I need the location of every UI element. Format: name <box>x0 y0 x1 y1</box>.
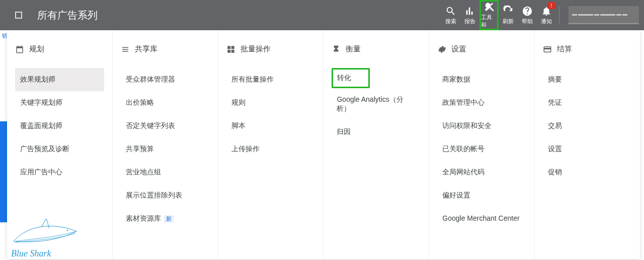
help-icon <box>522 6 533 17</box>
top-bar: 所有广告系列 搜索 报告 工具和 刷新 帮助 ! 通知 <box>0 0 644 30</box>
col-head-measure: 衡量 <box>332 44 421 54</box>
item-merchant-center[interactable]: Google Merchant Center <box>437 207 526 229</box>
search-button[interactable]: 搜索 <box>441 0 460 30</box>
col-head-bulk: 批量操作 <box>226 44 315 54</box>
item-location-groups[interactable]: 营业地点组 <box>121 161 210 184</box>
item-placement-exclusion[interactable]: 展示位置排除列表 <box>121 184 210 207</box>
item-rules[interactable]: 规则 <box>226 91 315 114</box>
item-all-bulk[interactable]: 所有批量操作 <box>226 68 315 91</box>
item-app-ads-hub[interactable]: 应用广告中心 <box>15 161 104 184</box>
item-uploads[interactable]: 上传操作 <box>226 138 315 161</box>
notif-badge: ! <box>548 2 555 9</box>
menu-icon[interactable] <box>15 12 22 19</box>
col-bulk: 批量操作 所有批量操作 规则 脚本 上传操作 <box>218 30 324 259</box>
item-summary[interactable]: 摘要 <box>543 68 632 91</box>
search-icon <box>445 6 456 17</box>
rail-top-text[interactable]: 斩 <box>0 30 7 40</box>
item-billing-settings[interactable]: 设置 <box>543 138 632 161</box>
new-badge: 新 <box>164 215 174 223</box>
col-head-planning: 规划 <box>15 44 104 54</box>
col-head-settings: 设置 <box>437 44 526 54</box>
bulk-icon <box>226 45 235 54</box>
col-title-billing: 结算 <box>557 44 572 54</box>
page-title: 所有广告系列 <box>37 9 98 22</box>
hourglass-icon <box>332 45 341 54</box>
item-audience-manager[interactable]: 受众群体管理器 <box>121 68 210 91</box>
col-title-measure: 衡量 <box>346 44 361 54</box>
item-google-analytics[interactable]: Google Analytics（分析） <box>332 88 421 120</box>
item-linked-accounts[interactable]: 已关联的帐号 <box>437 138 526 161</box>
calendar-icon <box>15 45 24 54</box>
col-title-bulk: 批量操作 <box>240 44 271 54</box>
item-ad-preview[interactable]: 广告预览及诊断 <box>15 138 104 161</box>
col-billing: 结算 摘要 凭证 交易 设置 促销 <box>535 30 640 259</box>
col-shared: 共享库 受众群体管理器 出价策略 否定关键字列表 共享预算 营业地点组 展示位置… <box>113 30 218 259</box>
item-performance-planner[interactable]: 效果规划师 <box>15 68 104 91</box>
item-reach-planner[interactable]: 覆盖面规划师 <box>15 114 104 138</box>
item-shared-budgets[interactable]: 共享预算 <box>121 138 210 161</box>
item-scripts[interactable]: 脚本 <box>226 114 315 138</box>
item-bid-strategies[interactable]: 出价策略 <box>121 91 210 114</box>
account-picker[interactable] <box>569 6 639 24</box>
item-transactions[interactable]: 交易 <box>543 114 632 138</box>
item-business-data[interactable]: 商家数据 <box>437 68 526 91</box>
item-keyword-planner[interactable]: 关键字规划师 <box>15 91 104 114</box>
refresh-icon <box>503 6 514 17</box>
help-button[interactable]: 帮助 <box>518 0 537 30</box>
library-icon <box>121 45 130 54</box>
col-head-billing: 结算 <box>543 44 632 54</box>
item-preferences[interactable]: 偏好设置 <box>437 184 526 207</box>
report-button[interactable]: 报告 <box>460 0 479 30</box>
notifications-button[interactable]: ! 通知 <box>537 0 556 30</box>
col-planning: 规划 效果规划师 关键字规划师 覆盖面规划师 广告预览及诊断 应用广告中心 <box>7 30 113 259</box>
item-conversions[interactable]: 转化 <box>332 68 370 88</box>
item-policy-center[interactable]: 政策管理中心 <box>437 91 526 114</box>
item-access-security[interactable]: 访问权限和安全 <box>437 114 526 138</box>
left-rail: 斩 <box>0 30 7 260</box>
refresh-label: 刷新 <box>503 18 514 25</box>
item-negative-keywords[interactable]: 否定关键字列表 <box>121 114 210 138</box>
report-icon <box>464 6 475 17</box>
col-settings: 设置 商家数据 政策管理中心 访问权限和安全 已关联的帐号 全局网站代码 偏好设… <box>429 30 535 259</box>
search-label: 搜索 <box>445 18 456 25</box>
card-icon <box>543 45 552 54</box>
report-label: 报告 <box>464 18 475 25</box>
item-asset-library[interactable]: 素材资源库 新 <box>121 207 210 230</box>
top-bar-icons: 搜索 报告 工具和 刷新 帮助 ! 通知 <box>441 0 639 30</box>
tools-label: 工具和 <box>481 14 497 29</box>
tools-mega-menu: 规划 效果规划师 关键字规划师 覆盖面规划师 广告预览及诊断 应用广告中心 共享… <box>7 30 640 259</box>
col-title-planning: 规划 <box>29 44 44 54</box>
rail-active[interactable] <box>0 121 7 222</box>
col-title-shared: 共享库 <box>135 44 157 54</box>
top-bar-left: 所有广告系列 <box>0 9 98 22</box>
notifications-label: 通知 <box>541 18 552 25</box>
item-promotions[interactable]: 促销 <box>543 161 632 184</box>
tools-button[interactable]: 工具和 <box>479 0 499 30</box>
col-measure: 衡量 转化 Google Analytics（分析） 归因 <box>324 30 429 259</box>
item-attribution[interactable]: 归因 <box>332 120 421 144</box>
item-global-site-tag[interactable]: 全局网站代码 <box>437 161 526 184</box>
wrench-icon <box>484 2 495 13</box>
col-head-shared: 共享库 <box>121 44 210 54</box>
help-label: 帮助 <box>522 18 533 25</box>
col-title-settings: 设置 <box>451 44 466 54</box>
refresh-button[interactable]: 刷新 <box>499 0 518 30</box>
gear-icon <box>437 45 446 54</box>
top-divider <box>559 6 559 24</box>
item-documents[interactable]: 凭证 <box>543 91 632 114</box>
